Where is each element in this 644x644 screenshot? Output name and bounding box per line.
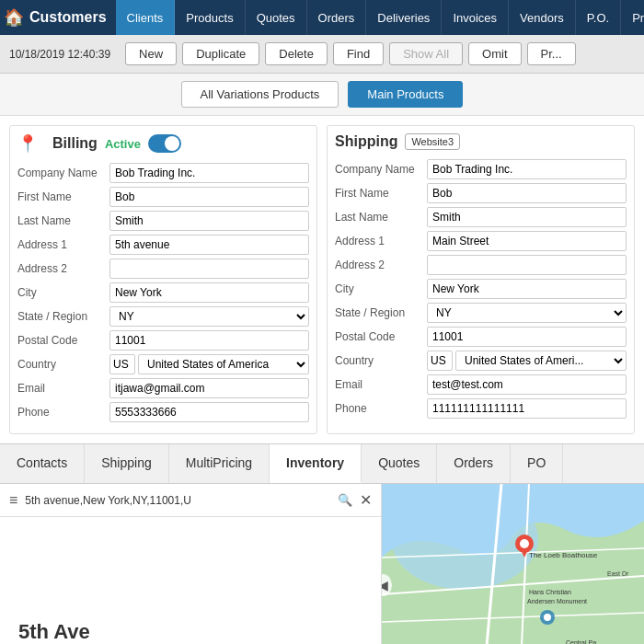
- nav-tab-invoices[interactable]: Invoices: [442, 0, 509, 35]
- shipping-email-input[interactable]: [427, 374, 627, 395]
- inventory-tab[interactable]: Inventory: [270, 444, 362, 483]
- billing-panel: 📍 Billing Active Company Name First Name…: [9, 125, 317, 434]
- billing-email-label: Email: [17, 382, 109, 395]
- billing-lastname-row: Last Name: [17, 211, 309, 231]
- shipping-city-input[interactable]: [427, 279, 627, 299]
- nav-tab-po[interactable]: P.O.: [576, 0, 621, 35]
- shipping-address1-label: Address 1: [335, 235, 427, 247]
- nav-tab-projects[interactable]: Projects: [621, 0, 644, 35]
- shipping-panel: Shipping Website3 Company Name First Nam…: [327, 125, 635, 434]
- shipping-country-code-input[interactable]: [427, 351, 453, 371]
- billing-firstname-input[interactable]: [109, 187, 309, 207]
- close-icon[interactable]: ✕: [360, 491, 372, 509]
- billing-country-label: Country: [17, 358, 109, 371]
- home-icon[interactable]: 🏠: [4, 7, 24, 28]
- map-search-bar: ≡ 5th avenue,New York,NY,11001,U 🔍 ✕: [0, 484, 381, 517]
- omit-button[interactable]: Omit: [468, 42, 521, 65]
- shipping-header: Shipping Website3: [335, 133, 627, 150]
- shipping-lastname-label: Last Name: [335, 211, 427, 224]
- billing-country-row: Country United States of America: [17, 354, 309, 374]
- billing-state-label: State / Region: [17, 310, 109, 323]
- billing-city-input[interactable]: [109, 282, 309, 303]
- print-button[interactable]: Pr...: [527, 42, 576, 65]
- find-button[interactable]: Find: [333, 42, 384, 65]
- new-button[interactable]: New: [125, 42, 177, 65]
- shipping-address1-input[interactable]: [427, 231, 627, 251]
- shipping-lastname-row: Last Name: [335, 207, 627, 227]
- billing-lastname-input[interactable]: [109, 211, 309, 231]
- nav-tab-products[interactable]: Products: [175, 0, 245, 35]
- quotes-tab[interactable]: Quotes: [362, 444, 437, 483]
- map-svg: The Loeb Boathouse Hans Christian Anders…: [382, 484, 644, 644]
- shipping-phone-label: Phone: [335, 402, 427, 415]
- shipping-address2-row: Address 2: [335, 255, 627, 275]
- website-badge: Website3: [405, 133, 460, 150]
- shipping-firstname-label: First Name: [335, 187, 427, 200]
- billing-country-code-input[interactable]: [109, 354, 135, 374]
- active-toggle[interactable]: [148, 134, 181, 153]
- shipping-state-select[interactable]: NY: [427, 303, 627, 323]
- app-title: Customers: [29, 9, 107, 26]
- billing-city-label: City: [17, 286, 109, 299]
- billing-city-row: City: [17, 282, 309, 303]
- billing-postal-row: Postal Code: [17, 330, 309, 351]
- shipping-firstname-input[interactable]: [427, 183, 627, 203]
- billing-address1-input[interactable]: [109, 235, 309, 255]
- map-left-panel: ≡ 5th avenue,New York,NY,11001,U 🔍 ✕ 5th…: [0, 484, 382, 644]
- billing-address2-input[interactable]: [109, 259, 309, 279]
- shipping-title: Shipping: [335, 133, 397, 150]
- shipping-country-row: Country United States of Ameri...: [335, 351, 627, 371]
- shipping-postal-label: Postal Code: [335, 330, 427, 343]
- billing-phone-row: Phone: [17, 402, 309, 422]
- svg-point-15: [520, 539, 529, 548]
- search-icon[interactable]: 🔍: [338, 493, 352, 507]
- show-all-button[interactable]: Show All: [389, 42, 463, 65]
- shipping-city-row: City: [335, 279, 627, 299]
- nav-tab-deliveries[interactable]: Deliveries: [366, 0, 442, 35]
- main-products-tab[interactable]: Main Products: [348, 81, 463, 108]
- billing-company-label: Company Name: [17, 167, 109, 179]
- billing-email-input[interactable]: [109, 378, 309, 398]
- shipping-lastname-input[interactable]: [427, 207, 627, 227]
- billing-address1-label: Address 1: [17, 238, 109, 251]
- map-search-text: 5th avenue,New York,NY,11001,U: [25, 494, 330, 507]
- menu-icon[interactable]: ≡: [9, 492, 17, 509]
- billing-company-row: Company Name: [17, 163, 309, 183]
- shipping-email-label: Email: [335, 378, 427, 391]
- nav-tab-vendors[interactable]: Vendors: [509, 0, 576, 35]
- nav-tab-orders[interactable]: Orders: [307, 0, 367, 35]
- billing-state-row: State / Region NY: [17, 306, 309, 327]
- billing-phone-input[interactable]: [109, 402, 309, 422]
- billing-postal-input[interactable]: [109, 330, 309, 351]
- billing-company-input[interactable]: [109, 163, 309, 183]
- nav-tab-quotes[interactable]: Quotes: [246, 0, 307, 35]
- map-address-info: 5th Ave New York, NY USA: [0, 605, 381, 644]
- shipping-country-select[interactable]: United States of Ameri...: [455, 351, 627, 371]
- product-tabs: All Variations Products Main Products: [0, 74, 644, 116]
- shipping-state-row: State / Region NY: [335, 303, 627, 323]
- shipping-phone-input[interactable]: [427, 398, 627, 419]
- shipping-state-label: State / Region: [335, 306, 427, 319]
- multipricing-tab[interactable]: MultiPricing: [169, 444, 270, 483]
- contacts-tab[interactable]: Contacts: [0, 444, 85, 483]
- shipping-postal-input[interactable]: [427, 327, 627, 347]
- billing-address2-row: Address 2: [17, 259, 309, 279]
- shipping-tab[interactable]: Shipping: [85, 444, 169, 483]
- all-variations-tab[interactable]: All Variations Products: [181, 81, 339, 108]
- delete-button[interactable]: Delete: [265, 42, 328, 65]
- orders-tab[interactable]: Orders: [437, 444, 511, 483]
- map-street: 5th Ave: [18, 620, 362, 644]
- shipping-address2-input[interactable]: [427, 255, 627, 275]
- svg-point-17: [544, 614, 551, 621]
- pin-icon: 📍: [17, 133, 38, 154]
- po-tab[interactable]: PO: [511, 444, 563, 483]
- bottom-tabs: Contacts Shipping MultiPricing Inventory…: [0, 443, 644, 484]
- billing-country-select[interactable]: United States of America: [138, 354, 309, 374]
- shipping-company-input[interactable]: [427, 159, 627, 179]
- duplicate-button[interactable]: Duplicate: [182, 42, 259, 65]
- active-badge: Active: [105, 137, 141, 151]
- main-content: 📍 Billing Active Company Name First Name…: [0, 116, 644, 443]
- map-right-panel: ◀ The Loeb Boathouse Hans Christian Ande…: [382, 484, 644, 644]
- nav-tab-clients[interactable]: Clients: [116, 0, 176, 35]
- billing-state-select[interactable]: NY: [109, 306, 309, 327]
